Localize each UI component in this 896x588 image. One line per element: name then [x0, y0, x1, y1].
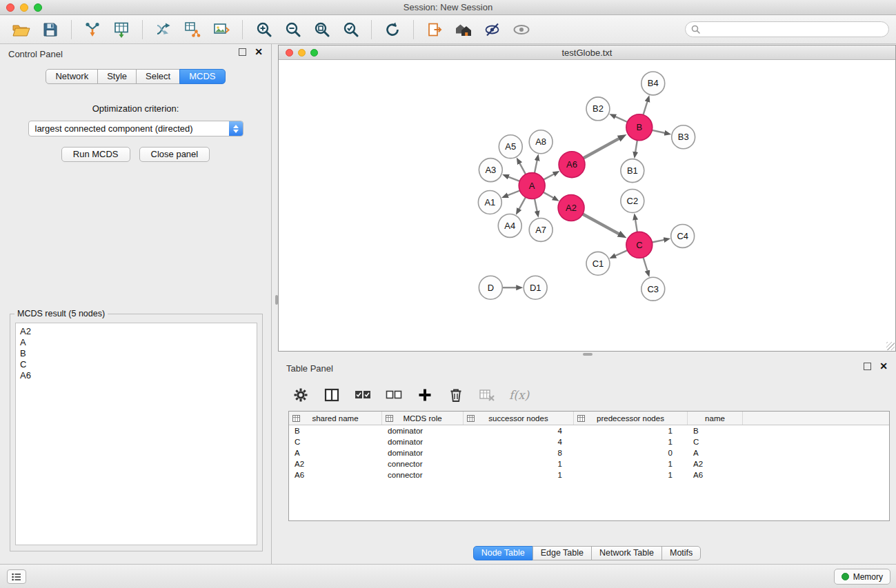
table-cell[interactable]: 1 [574, 460, 688, 468]
annotation-button[interactable] [420, 18, 449, 41]
graph-edge-A-A6[interactable] [544, 174, 555, 179]
result-item[interactable]: A [20, 337, 252, 348]
column-header-predecessor-nodes[interactable]: predecessor nodes [574, 412, 688, 425]
table-cell[interactable]: 4 [464, 427, 574, 435]
network-canvas[interactable]: AA1A2A3A4A5A6A7A8BB1B2B3B4CC1C2C3C4DD1 [279, 60, 895, 351]
graph-edge-B-B3[interactable] [652, 130, 665, 133]
tab-node-table[interactable]: Node Table [473, 546, 533, 560]
network-table-button[interactable] [178, 18, 207, 41]
graph-node-D1[interactable]: D1 [524, 276, 547, 299]
graph-edge-A-A5[interactable] [519, 163, 526, 174]
zoom-fit-button[interactable] [307, 18, 336, 41]
table-cell[interactable]: dominator [382, 438, 464, 446]
graph-edge-A6-B[interactable] [584, 139, 619, 159]
close-panel-button[interactable]: Close panel [139, 147, 210, 162]
graph-edge-A-A8[interactable] [535, 160, 537, 173]
table-cell[interactable]: C [688, 438, 743, 446]
float-table-panel-icon[interactable] [864, 363, 871, 370]
graph-node-B3[interactable]: B3 [672, 125, 695, 149]
table-cell[interactable]: B [688, 427, 743, 435]
table-row[interactable]: A6connector11A6 [289, 469, 889, 480]
vertical-splitter-handle[interactable] [275, 295, 278, 305]
result-item[interactable]: C [20, 359, 252, 370]
close-table-panel-icon[interactable]: ✕ [879, 363, 888, 370]
graph-node-B1[interactable]: B1 [621, 159, 644, 183]
delete-column-button[interactable] [478, 386, 496, 404]
graph-node-C1[interactable]: C1 [586, 252, 610, 275]
criterion-dropdown[interactable]: largest connected component (directed) [28, 121, 243, 136]
graph-node-A2[interactable]: A2 [558, 195, 584, 221]
graph-node-A4[interactable]: A4 [498, 214, 521, 237]
graph-edge-A-A2[interactable] [544, 192, 554, 198]
table-cell[interactable]: A [289, 449, 382, 457]
table-cell[interactable]: A [688, 449, 743, 457]
zoom-out-button[interactable] [278, 18, 307, 41]
tab-select[interactable]: Select [136, 69, 180, 84]
import-table-button[interactable] [107, 18, 136, 41]
graph-node-D[interactable]: D [479, 276, 502, 299]
table-cell[interactable]: connector [382, 471, 464, 479]
open-session-button[interactable] [7, 18, 36, 41]
table-row[interactable]: Cdominator41C [289, 436, 889, 447]
toolbar-search[interactable] [685, 21, 889, 37]
refresh-layout-button[interactable] [378, 18, 407, 41]
graph-edge-B-B1[interactable] [635, 140, 637, 152]
function-builder-button[interactable]: f(x) [509, 386, 529, 404]
tab-network[interactable]: Network [46, 69, 98, 84]
column-header-mcds-role[interactable]: MCDS role [382, 412, 464, 425]
graph-node-C2[interactable]: C2 [621, 190, 644, 213]
column-header-successor-nodes[interactable]: successor nodes [464, 412, 574, 425]
table-cell[interactable]: 1 [574, 471, 688, 479]
graph-node-B2[interactable]: B2 [586, 97, 610, 121]
graph-node-A1[interactable]: A1 [478, 191, 501, 214]
table-settings-button[interactable] [292, 386, 310, 404]
delete-row-button[interactable] [447, 386, 465, 404]
graph-node-A[interactable]: A [519, 173, 545, 199]
graph-node-B[interactable]: B [626, 114, 653, 141]
float-panel-icon[interactable] [239, 48, 246, 56]
result-item[interactable]: B [20, 348, 252, 359]
zoom-selected-button[interactable] [336, 18, 365, 41]
graph-node-A6[interactable]: A6 [559, 152, 585, 178]
tab-mcds[interactable]: MCDS [179, 69, 225, 84]
graph-edge-A-A4[interactable] [519, 197, 526, 210]
graph-edge-B-B4[interactable] [643, 101, 647, 115]
graph-edge-C-C3[interactable] [643, 257, 647, 271]
graphics-details-button[interactable] [478, 18, 507, 41]
graph-edge-A-A3[interactable] [508, 176, 519, 181]
network-graph[interactable]: AA1A2A3A4A5A6A7A8BB1B2B3B4CC1C2C3C4DD1 [279, 60, 895, 351]
save-session-button[interactable] [36, 18, 65, 41]
graph-edge-B-B2[interactable] [615, 116, 628, 122]
graph-edge-C-C4[interactable] [652, 240, 664, 243]
tab-network-table[interactable]: Network Table [591, 546, 662, 560]
graph-node-A7[interactable]: A7 [529, 218, 552, 241]
table-cell[interactable]: A6 [289, 471, 382, 479]
table-cell[interactable]: 1 [464, 460, 574, 468]
tab-edge-table[interactable]: Edge Table [532, 546, 592, 560]
table-cell[interactable]: 0 [574, 449, 688, 457]
import-network-button[interactable] [78, 18, 107, 41]
run-mcds-button[interactable]: Run MCDS [61, 147, 130, 162]
result-item[interactable]: A6 [20, 370, 252, 381]
graph-node-C4[interactable]: C4 [671, 224, 695, 247]
table-cell[interactable]: dominator [382, 427, 464, 435]
graph-edge-A-A7[interactable] [535, 199, 537, 212]
graph-edge-C-C2[interactable] [635, 219, 637, 232]
add-column-button[interactable] [416, 386, 434, 404]
table-cell[interactable]: C [289, 438, 382, 446]
graph-node-C3[interactable]: C3 [641, 277, 665, 301]
tab-style[interactable]: Style [97, 69, 137, 84]
table-cell[interactable]: A2 [289, 460, 382, 468]
table-cell[interactable]: A2 [688, 460, 743, 468]
memory-button[interactable]: Memory [834, 569, 890, 585]
graph-node-A8[interactable]: A8 [529, 130, 552, 154]
export-image-button[interactable] [207, 18, 236, 41]
column-header-name[interactable]: name [688, 412, 743, 425]
table-cell[interactable]: A6 [688, 471, 743, 479]
home-button[interactable] [449, 18, 478, 41]
horizontal-splitter-handle[interactable] [583, 353, 593, 356]
table-cell[interactable]: dominator [382, 449, 464, 457]
table-cell[interactable]: connector [382, 460, 464, 468]
table-cell[interactable]: 8 [464, 449, 574, 457]
graph-node-C[interactable]: C [626, 232, 653, 258]
